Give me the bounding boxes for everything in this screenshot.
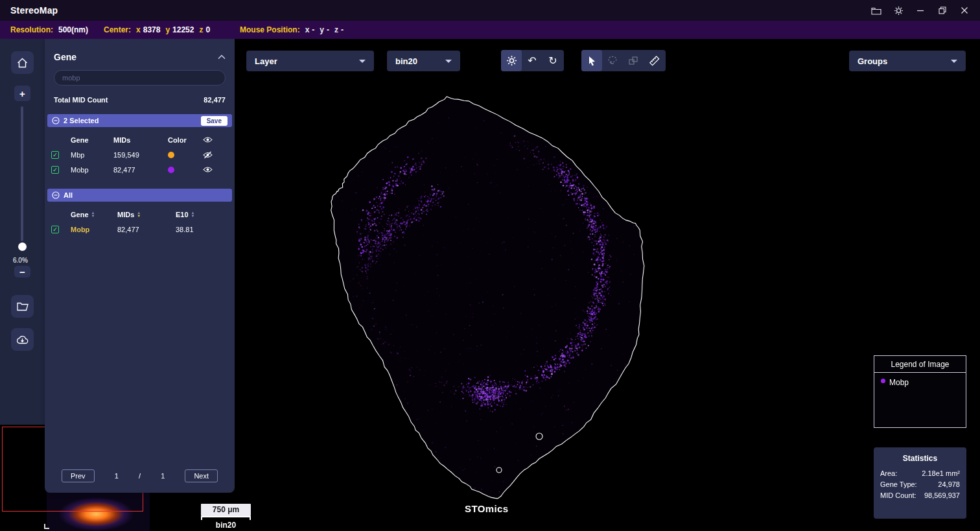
mouse-position-readout: Mouse Position: x- y- z-: [240, 21, 344, 39]
gene-name: Mbp: [71, 147, 113, 162]
gene-mids: 82,477: [113, 162, 168, 177]
row-checkbox[interactable]: ✓: [51, 162, 71, 177]
col-gene: Gene: [71, 132, 113, 147]
row-checkbox[interactable]: ✓: [51, 222, 71, 237]
selected-section-header[interactable]: 2 Selected Save: [47, 114, 232, 127]
current-page[interactable]: 1: [115, 472, 119, 480]
spatial-canvas[interactable]: [235, 39, 980, 531]
bin-dropdown[interactable]: bin20: [387, 51, 460, 71]
total-mid-value: 82,477: [204, 96, 226, 104]
zoom-slider-track[interactable]: [21, 106, 23, 241]
center-readout: Center: x8378 y12252 z0: [104, 21, 210, 39]
zoom-in-button[interactable]: +: [14, 86, 30, 101]
bin-dropdown-label: bin20: [395, 56, 417, 66]
close-icon[interactable]: [959, 5, 970, 16]
stat-gene-type: Gene Type: 24,978: [880, 479, 960, 490]
all-section-title: All: [64, 191, 73, 199]
window-controls: [871, 5, 980, 16]
gene-color-dot[interactable]: [168, 152, 174, 158]
gene-mids: 159,549: [113, 147, 168, 162]
legend-title: Legend of Image: [874, 356, 966, 373]
minimap-resize-handle[interactable]: [44, 524, 49, 529]
selected-gene-table: Gene MIDs Color ✓ Mbp 159,549 ✓ Mobp 82,…: [45, 131, 235, 178]
collapse-section-icon[interactable]: [52, 117, 60, 124]
visibility-on-icon[interactable]: [203, 162, 222, 177]
gene-panel: Gene Total MID Count 82,477 2 Selected S…: [45, 39, 235, 493]
pointer-tool-button[interactable]: [581, 50, 602, 71]
legend-color-dot: [881, 379, 885, 383]
layer-dropdown[interactable]: Layer: [246, 51, 374, 71]
all-gene-table: Gene ▲▼ MIDs ▲▼ E10 ▲▼ ✓ Mobp 82,477 38.…: [45, 206, 235, 238]
statistics-title: Statistics: [880, 454, 960, 463]
home-button[interactable]: [11, 51, 34, 74]
status-infobar: Resolution: 500(nm) Center: x8378 y12252…: [0, 21, 980, 39]
chevron-down-icon: [951, 60, 957, 63]
gene-name[interactable]: Mobp: [71, 222, 117, 237]
minimize-icon[interactable]: [915, 5, 926, 16]
stat-area: Area: 2.18e1 mm²: [880, 468, 960, 479]
groups-dropdown-label: Groups: [858, 56, 887, 66]
visibility-off-icon[interactable]: [203, 147, 222, 162]
undo-button[interactable]: ↶: [522, 50, 542, 71]
left-toolbar: + 6.0% −: [0, 39, 45, 425]
layer-dropdown-label: Layer: [255, 56, 277, 66]
save-button[interactable]: Save: [201, 116, 228, 126]
open-folder-button[interactable]: [11, 295, 34, 318]
ruler-tool-button[interactable]: [644, 50, 664, 71]
col-gene: Gene ▲▼: [71, 207, 117, 222]
prev-page-button[interactable]: Prev: [62, 469, 95, 482]
zoom-slider-handle[interactable]: [18, 242, 27, 251]
sort-gene-control[interactable]: ▲▼: [91, 211, 95, 218]
gene-mids: 82,477: [117, 222, 176, 237]
reset-view-button[interactable]: ↻: [542, 50, 563, 71]
selected-section-title: 2 Selected: [64, 117, 99, 124]
resolution-readout: Resolution: 500(nm): [10, 21, 88, 39]
export-cloud-button[interactable]: [11, 328, 34, 351]
view-tools-group: ↶ ↻: [501, 50, 564, 71]
page-separator: /: [139, 472, 141, 480]
collapse-section-icon[interactable]: [52, 191, 60, 199]
legend-item: Mobp: [881, 378, 959, 387]
gene-e10: 38.81: [176, 222, 221, 237]
col-e10: E10 ▲▼: [176, 207, 221, 222]
legend-item-label: Mobp: [889, 378, 909, 387]
gene-search-input[interactable]: [54, 70, 226, 86]
zoom-level-label: 6.0%: [13, 257, 28, 264]
sort-mids-control[interactable]: ▲▼: [137, 211, 141, 218]
scalebar-length: 750 μm: [201, 504, 251, 516]
total-pages: 1: [161, 472, 165, 480]
toggle-all-visibility-icon[interactable]: [203, 132, 222, 147]
col-color: Color: [168, 132, 203, 147]
scalebar-line: [201, 516, 251, 520]
sort-down-icon: ▼: [91, 215, 95, 218]
app-title: StereoMap: [0, 5, 58, 16]
col-mids: MIDs: [113, 132, 168, 147]
merge-selection-button[interactable]: [623, 50, 644, 71]
collapse-panel-icon[interactable]: [218, 54, 226, 60]
open-file-icon[interactable]: [871, 5, 881, 16]
legend-panel: Legend of Image Mobp: [874, 355, 966, 428]
select-tools-group: [581, 50, 666, 71]
gene-color-dot[interactable]: [168, 167, 174, 173]
row-checkbox[interactable]: ✓: [51, 147, 71, 162]
titlebar: StereoMap: [0, 0, 980, 21]
app-window: StereoMap Resolution: 500(nm) Ce: [0, 0, 980, 531]
scalebar-bin: bin20: [201, 521, 251, 530]
sort-e10-control[interactable]: ▲▼: [191, 211, 195, 218]
scalebar: 750 μm bin20: [201, 504, 251, 530]
chevron-down-icon: [359, 60, 366, 63]
all-section-header[interactable]: All: [47, 189, 232, 202]
pagination: Prev 1 / 1 Next: [62, 469, 218, 482]
total-mid-label: Total MID Count: [54, 96, 108, 104]
zoom-out-button[interactable]: −: [14, 266, 30, 277]
groups-dropdown[interactable]: Groups: [849, 51, 966, 71]
gene-name: Mobp: [71, 162, 113, 177]
next-page-button[interactable]: Next: [185, 469, 218, 482]
display-settings-button[interactable]: [501, 50, 522, 71]
restore-window-icon[interactable]: [937, 5, 948, 16]
settings-gear-icon[interactable]: [893, 5, 904, 16]
sort-down-icon: ▼: [137, 215, 141, 218]
statistics-panel: Statistics Area: 2.18e1 mm² Gene Type: 2…: [874, 447, 966, 519]
lasso-tool-button[interactable]: [602, 50, 623, 71]
gene-panel-title: Gene: [54, 52, 76, 62]
